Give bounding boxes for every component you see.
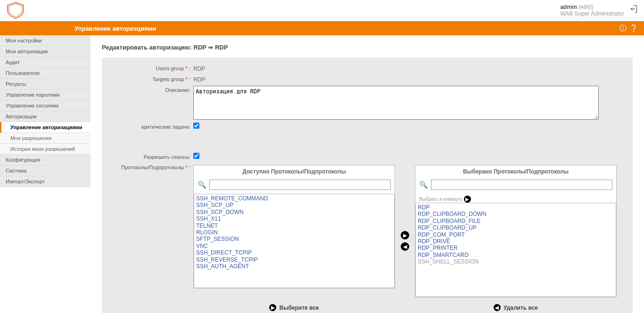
- list-item[interactable]: SFTP_SESSION: [195, 236, 393, 242]
- list-item[interactable]: RLOGIN: [195, 229, 393, 236]
- user-role: WAB Super Administrator: [560, 10, 624, 17]
- list-item[interactable]: SSH_SCP_UP: [195, 202, 393, 208]
- description-textarea[interactable]: [193, 86, 599, 120]
- breadcrumb-bar: Управление авторизциями ⓘ ❔: [0, 21, 644, 35]
- selected-listbox: Выберано Протоколы/Подпротоколы 🔍 Выбрат…: [415, 165, 617, 297]
- topbar: admin (eth0) WAB Super Administrator: [0, 0, 644, 21]
- sidebar-item[interactable]: Пользователи: [0, 68, 91, 79]
- list-item[interactable]: TELNET: [195, 222, 393, 229]
- available-search-input[interactable]: [209, 180, 391, 190]
- username: admin: [560, 4, 577, 10]
- sidebar-item[interactable]: Система: [0, 165, 91, 176]
- move-left-button[interactable]: ◀: [401, 242, 409, 251]
- search-icon: 🔍: [419, 181, 428, 189]
- info-icon[interactable]: ⓘ: [619, 24, 627, 33]
- sidebar-item[interactable]: Конфигурация: [0, 155, 91, 165]
- selected-search-input[interactable]: [431, 180, 612, 190]
- sidebar-item[interactable]: Управление авторизациями: [0, 122, 91, 133]
- search-icon: 🔍: [198, 181, 206, 189]
- page-title: Редактировать авторизацию: RDP ⇒ RDP: [102, 44, 633, 51]
- sidebar-item[interactable]: Мои разрешения: [0, 133, 91, 144]
- list-item[interactable]: SSH_REVERSE_TCPIP: [195, 256, 393, 263]
- logout-icon[interactable]: [629, 4, 639, 17]
- available-select[interactable]: SSH_REMOTE_COMMANDSSH_SCP_UPSSH_SCP_DOWN…: [194, 194, 395, 288]
- list-item[interactable]: RDP_COM_PORT: [417, 231, 615, 238]
- breadcrumb: Управление авторизциями: [71, 25, 160, 32]
- targets-group-value: RDP: [193, 75, 205, 83]
- list-item[interactable]: RDP: [417, 204, 615, 211]
- allow-sessions-checkbox[interactable]: [193, 153, 199, 159]
- available-listbox: Доступно Протоколы/Подпротоколы 🔍 SSH_RE…: [193, 165, 395, 288]
- list-item[interactable]: SSH_SHELL_SESSION: [417, 258, 615, 265]
- sidebar-item[interactable]: Импорт/Экспорт: [0, 176, 91, 187]
- sidebar-item[interactable]: Мои настройки: [0, 35, 91, 46]
- list-item[interactable]: SSH_AUTH_AGENT: [195, 263, 393, 270]
- sidebar-item[interactable]: Авторизации: [0, 111, 91, 122]
- sidebar-item[interactable]: История моих разрешений: [0, 144, 91, 155]
- sidebar-item[interactable]: Мои авторизации: [0, 46, 91, 57]
- main-content: Редактировать авторизацию: RDP ⇒ RDP Use…: [91, 35, 644, 313]
- list-item[interactable]: SSH_X11: [195, 215, 393, 222]
- available-header: Доступно Протоколы/Подпротоколы: [194, 165, 395, 178]
- move-right-button[interactable]: ▶: [401, 231, 409, 239]
- list-item[interactable]: RDP_CLIPBOARD_UP: [417, 224, 615, 231]
- remove-all-button[interactable]: ◀ Удалить все: [415, 301, 617, 313]
- selected-header: Выберано Протоколы/Подпротоколы: [415, 165, 616, 178]
- list-item[interactable]: RDP_PRINTER: [417, 245, 615, 251]
- arrow-left-icon: ◀: [494, 304, 501, 311]
- list-item[interactable]: SSH_REMOTE_COMMAND: [195, 195, 393, 202]
- hint-arrow-icon: ▶: [464, 196, 471, 203]
- help-icon[interactable]: ❔: [629, 24, 638, 33]
- list-item[interactable]: RDP_CLIPBOARD_FILE: [417, 218, 615, 224]
- sidebar-item[interactable]: Управление паролями: [0, 90, 91, 100]
- app-logo: [5, 1, 26, 19]
- arrow-right-icon: ▶: [269, 304, 276, 311]
- sidebar-item[interactable]: Ресурсы: [0, 79, 91, 90]
- sidebar: Мои настройкиМои авторизацииАудитПользов…: [0, 35, 91, 187]
- sidebar-item[interactable]: Аудит: [0, 57, 91, 68]
- user-info: admin (eth0) WAB Super Administrator: [560, 4, 624, 17]
- list-item[interactable]: RDP_CLIPBOARD_DOWN: [417, 211, 615, 217]
- user-interface: (eth0): [578, 4, 593, 10]
- list-item[interactable]: SSH_DIRECT_TCPIP: [195, 249, 393, 256]
- select-all-button[interactable]: ▶ Выберите все: [193, 301, 395, 313]
- list-item[interactable]: VNC: [195, 243, 393, 249]
- edit-form: Users group * : RDP Targets group * : RD…: [102, 58, 633, 313]
- list-item[interactable]: RDP_SMARTCARD: [417, 252, 615, 258]
- users-group-value: RDP: [193, 64, 205, 72]
- list-item[interactable]: SSH_SCP_DOWN: [195, 209, 393, 215]
- list-item[interactable]: RDP_DRIVE: [417, 238, 615, 245]
- critical-checkbox[interactable]: [193, 123, 199, 129]
- sidebar-item[interactable]: Управление сессиями: [0, 100, 91, 111]
- selected-select[interactable]: RDPRDP_CLIPBOARD_DOWNRDP_CLIPBOARD_FILER…: [415, 203, 616, 297]
